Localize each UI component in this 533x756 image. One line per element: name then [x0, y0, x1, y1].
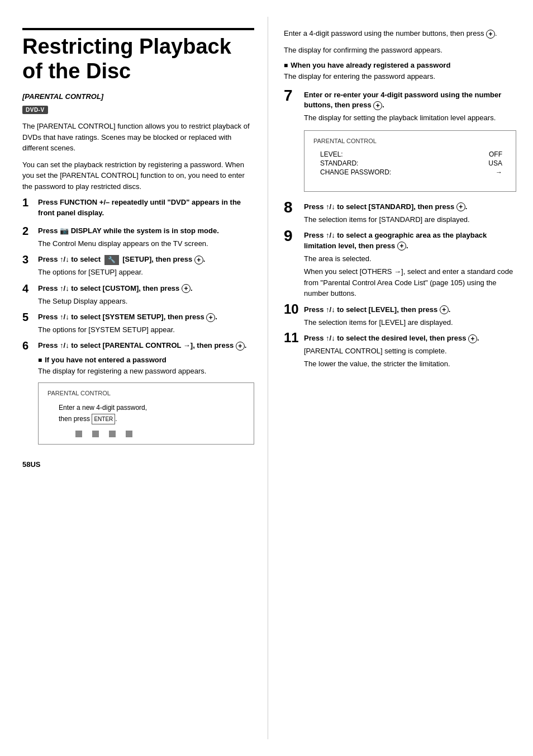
lcd2-label-2: STANDARD:	[319, 159, 468, 168]
enter-icon-4: +	[182, 284, 191, 293]
step-5-desc: The options for [SYSTEM SETUP] appear.	[38, 324, 254, 336]
right-column: Enter a 4-digit password using the numbe…	[268, 17, 533, 739]
step-10-bold: Press ↑/↓ to select [LEVEL], then press …	[304, 305, 516, 315]
dvd-badge: DVD-V	[22, 106, 48, 114]
lcd1-title: PARENTAL CONTROL	[47, 390, 245, 396]
step-number-2: 2	[22, 225, 38, 238]
step-1: 1 Press FUNCTION +/– repeatedly until "D…	[22, 197, 254, 220]
lcd2-label-1: LEVEL:	[319, 150, 468, 159]
step-8: 8 Press ↑/↓ to select [STANDARD], then p…	[284, 202, 516, 225]
intro-text-2: You can set the playback restriction by …	[22, 159, 254, 192]
lcd2-label-3: CHANGE PASSWORD:	[319, 168, 468, 177]
step-2-desc: The Control Menu display appears on the …	[38, 238, 254, 249]
step-7-desc: The display for setting the playback lim…	[304, 112, 516, 124]
enter-icon-8: +	[456, 202, 465, 211]
enter-icon-6: +	[236, 342, 245, 351]
dot-1	[75, 431, 82, 437]
lcd2-row-1: LEVEL: OFF	[319, 150, 507, 159]
lcd1-dots	[47, 431, 245, 437]
step-number-8: 8	[284, 200, 304, 215]
section-title: [PARENTAL CONTROL]	[22, 92, 254, 101]
step-5-bold: Press ↑/↓ to select [SYSTEM SETUP], then…	[38, 312, 254, 323]
no-pass-header: If you have not entered a password	[38, 356, 254, 364]
step-3-desc: The options for [SETUP] appear.	[38, 267, 254, 278]
lcd1-content: Enter a new 4-digit password, then press…	[47, 402, 245, 425]
step-number-4: 4	[22, 282, 38, 295]
step-10-desc: The selection items for [LEVEL] are disp…	[304, 317, 516, 328]
step-5-content: Press ↑/↓ to select [SYSTEM SETUP], then…	[38, 312, 254, 335]
intro-text-1: The [PARENTAL CONTROL] function allows y…	[22, 121, 254, 154]
step-number-5: 5	[22, 311, 38, 324]
step-number-3: 3	[22, 253, 38, 266]
step-6-sub-no-pass: If you have not entered a password The d…	[38, 356, 254, 377]
step-number-11: 11	[284, 331, 304, 344]
dot-2	[92, 431, 99, 437]
lcd-box-2: PARENTAL CONTROL LEVEL: OFF STANDARD: US…	[304, 130, 516, 192]
step-7-bold: Enter or re-enter your 4-digit password …	[304, 90, 516, 111]
step-11: 11 Press ↑/↓ to select the desired level…	[284, 333, 516, 370]
step-number-9: 9	[284, 228, 304, 244]
enter-icon-10: +	[440, 305, 449, 314]
step-9-desc2: When you select [OTHERS →], select and e…	[304, 266, 516, 299]
setup-icon: 🔧	[104, 255, 119, 265]
lcd2-title: PARENTAL CONTROL	[313, 138, 507, 144]
enter-icon-9: +	[397, 242, 406, 251]
step-2-bold: Press 📷 DISPLAY while the system is in s…	[38, 226, 254, 237]
step-7-content: Enter or re-enter your 4-digit password …	[304, 90, 516, 196]
dot-4	[126, 431, 132, 437]
step-11-content: Press ↑/↓ to select the desired level, t…	[304, 333, 516, 370]
step-8-content: Press ↑/↓ to select [STANDARD], then pre…	[304, 202, 516, 225]
step-number-10: 10	[284, 303, 304, 316]
step-4-content: Press ↑/↓ to select [CUSTOM], then press…	[38, 284, 254, 306]
lcd2-row-2: STANDARD: USA	[319, 159, 507, 168]
step-2: 2 Press 📷 DISPLAY while the system is in…	[22, 226, 254, 249]
right-intro-2: The display for confirming the password …	[284, 45, 516, 56]
step-3-bold: Press ↑/↓ to select 🔧 [SETUP], then pres…	[38, 254, 254, 265]
lcd-box-1: PARENTAL CONTROL Enter a new 4-digit pas…	[38, 382, 254, 445]
step-11-desc1: [PARENTAL CONTROL] setting is complete.	[304, 346, 516, 357]
step-5: 5 Press ↑/↓ to select [SYSTEM SETUP], th…	[22, 312, 254, 335]
dot-3	[109, 431, 116, 437]
step-7: 7 Enter or re-enter your 4-digit passwor…	[284, 90, 516, 196]
step-1-content: Press FUNCTION +/– repeatedly until "DVD…	[38, 197, 254, 220]
left-column: Restricting Playback of the Disc [PARENT…	[0, 17, 268, 739]
steps-list: 1 Press FUNCTION +/– repeatedly until "D…	[22, 197, 254, 448]
right-intro-1: Enter a 4-digit password using the numbe…	[284, 28, 516, 39]
step-4-desc: The Setup Display appears.	[38, 296, 254, 307]
step-1-bold: Press FUNCTION +/– repeatedly until "DVD…	[38, 197, 254, 219]
lcd2-rows: LEVEL: OFF STANDARD: USA CHANGE PASSWORD…	[313, 150, 507, 177]
enter-icon-7: +	[373, 101, 382, 110]
step-2-content: Press 📷 DISPLAY while the system is in s…	[38, 226, 254, 249]
step-3: 3 Press ↑/↓ to select 🔧 [SETUP], then pr…	[22, 254, 254, 277]
step-9-content: Press ↑/↓ to select a geographic area as…	[304, 230, 516, 299]
enter-badge: ENTER	[92, 414, 115, 424]
lcd1-line2: then press ENTER.	[59, 413, 245, 424]
step-number-7: 7	[284, 88, 304, 103]
step-3-content: Press ↑/↓ to select 🔧 [SETUP], then pres…	[38, 254, 254, 277]
step-11-desc2: The lower the value, the stricter the li…	[304, 358, 516, 370]
enter-icon-3: +	[194, 256, 203, 264]
step-8-desc: The selection items for [STANDARD] are d…	[304, 214, 516, 225]
step-6-bold: Press ↑/↓ to select [PARENTAL CONTROL →]…	[38, 341, 254, 351]
lcd2-value-2: USA	[468, 159, 507, 168]
step-11-bold: Press ↑/↓ to select the desired level, t…	[304, 333, 516, 344]
enter-icon-5: +	[206, 313, 215, 322]
has-pass-header: When you have already registered a passw…	[284, 61, 516, 69]
step-10-content: Press ↑/↓ to select [LEVEL], then press …	[304, 305, 516, 328]
step-number-1: 1	[22, 196, 38, 209]
lcd1-line1: Enter a new 4-digit password,	[59, 402, 245, 413]
step-9: 9 Press ↑/↓ to select a geographic area …	[284, 230, 516, 299]
lcd2-row-3: CHANGE PASSWORD: →	[319, 168, 507, 177]
step-4-bold: Press ↑/↓ to select [CUSTOM], then press…	[38, 284, 254, 294]
has-pass-desc: The display for entering the password ap…	[284, 71, 516, 82]
has-pass-section: When you have already registered a passw…	[284, 61, 516, 82]
step-10: 10 Press ↑/↓ to select [LEVEL], then pre…	[284, 305, 516, 328]
lcd2-value-3: →	[468, 168, 507, 177]
page-title: Restricting Playback of the Disc	[22, 28, 254, 83]
step-6-content: Press ↑/↓ to select [PARENTAL CONTROL →]…	[38, 341, 254, 448]
enter-icon-r1: +	[486, 30, 495, 39]
step-4: 4 Press ↑/↓ to select [CUSTOM], then pre…	[22, 284, 254, 306]
step-8-bold: Press ↑/↓ to select [STANDARD], then pre…	[304, 202, 516, 212]
step-6: 6 Press ↑/↓ to select [PARENTAL CONTROL …	[22, 341, 254, 448]
step-9-desc1: The area is selected.	[304, 253, 516, 264]
